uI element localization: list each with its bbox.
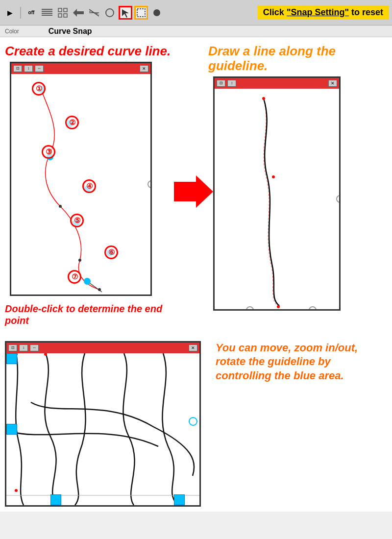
double-click-label: Double-click to determine the end point [5, 303, 184, 326]
svg-point-19 [78, 259, 81, 262]
section-bottom-canvas: ⊡ ↕ ↔ ✕ [5, 341, 211, 507]
grid-icon[interactable] [56, 6, 70, 20]
svg-rect-5 [64, 8, 67, 12]
color-label: Color [5, 28, 19, 35]
bottom-description: You can move, zoom in/out, rotate the gu… [216, 341, 382, 383]
section-create-curve: Create a desired curve line. ⊡ ↕ ↔ ✕ [5, 44, 184, 326]
heading-create-curve: Create a desired curve line. [5, 44, 184, 59]
step-6: ⑥ [104, 245, 118, 259]
svg-point-25 [277, 305, 280, 308]
play-icon[interactable]: ▶ [3, 6, 17, 20]
svg-point-23 [262, 97, 265, 100]
blue-handle-bottom-2[interactable] [174, 494, 185, 505]
toolbar: ▶ off Click "Snap Setting" to reset [0, 0, 392, 25]
step-5: ⑤ [70, 214, 84, 227]
canvas-window-right: ⊡ ↕ ✕ [213, 76, 341, 311]
step-4: ④ [82, 179, 96, 193]
main-content: Create a desired curve line. ⊡ ↕ ↔ ✕ [0, 37, 392, 512]
svg-point-15 [153, 9, 160, 16]
arrows-icon[interactable] [72, 6, 85, 20]
svg-rect-6 [58, 14, 62, 17]
canvas-body-right [215, 89, 339, 309]
titlebar-btn-r1[interactable]: ⊡ [217, 80, 225, 87]
svg-point-18 [59, 205, 62, 208]
svg-point-12 [106, 9, 114, 17]
step-1: ① [32, 82, 46, 96]
svg-marker-13 [122, 9, 129, 18]
svg-rect-14 [137, 9, 145, 17]
step-7: ⑦ [68, 270, 81, 284]
canvas-body-left: ① ② ③ ④ ⑤ ⑥ ⑦ [11, 74, 150, 294]
canvas-window-left: ⊡ ↕ ↔ ✕ [10, 62, 152, 296]
svg-point-24 [272, 175, 275, 178]
svg-rect-4 [58, 8, 62, 12]
right-arrow [174, 174, 213, 211]
titlebar-btn-r2[interactable]: ↕ [227, 80, 236, 87]
titlebar-close-right[interactable]: ✕ [328, 80, 337, 87]
control-point-7 [84, 278, 91, 285]
toolbar-icons: ▶ off [3, 6, 164, 20]
rect-select-icon[interactable] [134, 6, 148, 20]
section-bottom-description: You can move, zoom in/out, rotate the gu… [216, 341, 382, 383]
section-top: Create a desired curve line. ⊡ ↕ ↔ ✕ [5, 44, 387, 326]
color-bar: Color Curve Snap [0, 25, 392, 37]
svg-rect-7 [64, 14, 67, 17]
separator-1 [20, 7, 21, 19]
lines-icon[interactable] [40, 6, 54, 20]
titlebar-btn-1[interactable]: ⊡ [13, 65, 22, 72]
dot-icon[interactable] [150, 6, 164, 20]
arrow-tool-icon[interactable] [119, 6, 132, 20]
titlebar-btn-3[interactable]: ↔ [35, 65, 44, 72]
section-draw-line: Draw a line along the guideline. ⊡ ↕ ✕ [208, 44, 387, 326]
snap-setting-text: Click "Snap Setting" to reset [263, 7, 383, 17]
snap-setting-button[interactable]: Click "Snap Setting" to reset [257, 5, 389, 20]
canvas-body-bottom [6, 353, 199, 505]
titlebar-btn-b1[interactable]: ⊡ [8, 344, 17, 351]
off-icon[interactable]: off [24, 6, 38, 20]
step-2: ② [65, 116, 79, 129]
titlebar-btn-b2[interactable]: ↕ [19, 344, 28, 351]
titlebar-btn-2[interactable]: ↕ [24, 65, 33, 72]
canvas-window-bottom: ⊡ ↕ ↔ ✕ [5, 341, 201, 507]
titlebar-btn-b3[interactable]: ↔ [30, 344, 39, 351]
step-3: ③ [42, 145, 55, 159]
svg-marker-8 [73, 9, 84, 17]
circle-icon[interactable] [103, 6, 117, 20]
section-bottom: ⊡ ↕ ↔ ✕ [5, 341, 387, 507]
strikethrough-icon[interactable] [87, 6, 101, 20]
heading-draw-line: Draw a line along the guideline. [208, 44, 387, 74]
titlebar-right: ⊡ ↕ ✕ [215, 78, 339, 89]
blue-handle-2[interactable] [6, 424, 17, 435]
titlebar-close-bottom[interactable]: ✕ [189, 344, 197, 351]
blue-handle-bottom-1[interactable] [50, 494, 61, 505]
blue-handle-1[interactable] [6, 353, 17, 364]
titlebar-bottom: ⊡ ↕ ↔ ✕ [6, 343, 199, 353]
titlebar-close-left[interactable]: ✕ [140, 65, 148, 72]
curve-snap-title: Curve Snap [49, 27, 92, 36]
titlebar-left: ⊡ ↕ ↔ ✕ [11, 63, 150, 74]
svg-point-20 [98, 288, 101, 291]
blue-circle-right[interactable] [189, 417, 197, 426]
svg-marker-22 [174, 175, 213, 208]
